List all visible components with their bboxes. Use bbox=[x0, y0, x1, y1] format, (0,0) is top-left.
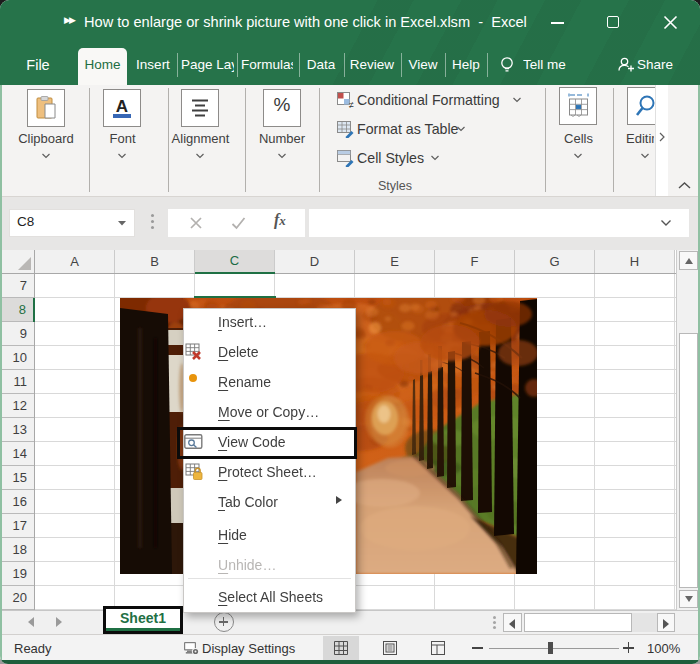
svg-text:≠: ≠ bbox=[349, 100, 354, 109]
svg-text:A: A bbox=[116, 97, 128, 116]
